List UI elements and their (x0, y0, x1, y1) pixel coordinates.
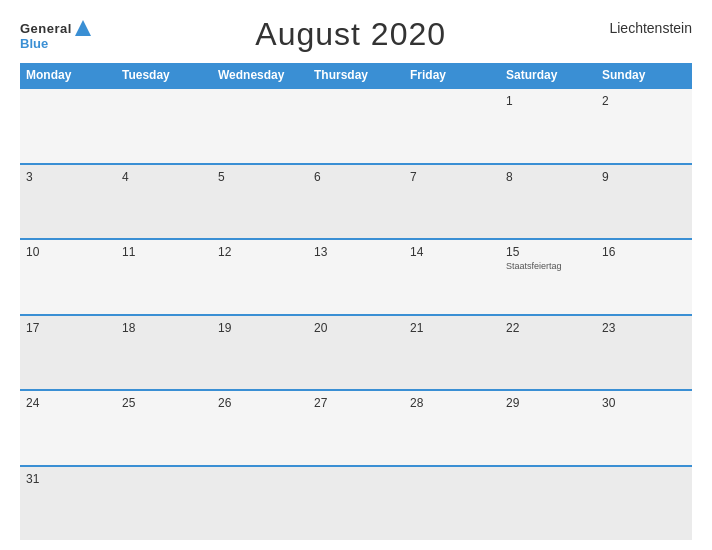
day-number: 20 (314, 321, 398, 335)
weekday-thursday: Thursday (308, 63, 404, 87)
calendar-row-5: 31 (20, 465, 692, 541)
country-label: Liechtenstein (609, 20, 692, 36)
weekday-tuesday: Tuesday (116, 63, 212, 87)
table-row[interactable]: 8 (500, 165, 596, 239)
table-row[interactable]: 16 (596, 240, 692, 314)
day-number: 4 (122, 170, 206, 184)
day-number: 8 (506, 170, 590, 184)
table-row[interactable]: 2 (596, 89, 692, 163)
table-row[interactable]: 6 (308, 165, 404, 239)
table-row[interactable] (308, 89, 404, 163)
page: General Blue August 2020 Liechtenstein M… (0, 0, 712, 550)
day-number: 19 (218, 321, 302, 335)
header: General Blue August 2020 Liechtenstein (20, 16, 692, 53)
calendar-row-3: 17181920212223 (20, 314, 692, 390)
day-number: 15 (506, 245, 590, 259)
table-row[interactable] (116, 89, 212, 163)
table-row[interactable]: 19 (212, 316, 308, 390)
table-row[interactable] (404, 467, 500, 541)
table-row[interactable]: 14 (404, 240, 500, 314)
calendar-body: 123456789101112131415Staatsfeiertag16171… (20, 87, 692, 540)
table-row[interactable]: 22 (500, 316, 596, 390)
calendar: Monday Tuesday Wednesday Thursday Friday… (20, 63, 692, 540)
table-row[interactable]: 11 (116, 240, 212, 314)
table-row[interactable]: 31 (20, 467, 116, 541)
day-number: 28 (410, 396, 494, 410)
table-row[interactable] (308, 467, 404, 541)
logo-blue-text: Blue (20, 37, 92, 50)
table-row[interactable]: 27 (308, 391, 404, 465)
logo: General Blue (20, 19, 92, 50)
table-row[interactable]: 18 (116, 316, 212, 390)
day-number: 17 (26, 321, 110, 335)
table-row[interactable] (212, 89, 308, 163)
day-number: 9 (602, 170, 686, 184)
table-row[interactable]: 25 (116, 391, 212, 465)
logo-flag-icon (74, 19, 92, 37)
calendar-row-0: 12 (20, 87, 692, 163)
day-number: 27 (314, 396, 398, 410)
day-number: 5 (218, 170, 302, 184)
table-row[interactable]: 24 (20, 391, 116, 465)
table-row[interactable]: 1 (500, 89, 596, 163)
day-number: 13 (314, 245, 398, 259)
table-row[interactable]: 9 (596, 165, 692, 239)
table-row[interactable] (404, 89, 500, 163)
table-row[interactable]: 7 (404, 165, 500, 239)
weekday-monday: Monday (20, 63, 116, 87)
day-number: 7 (410, 170, 494, 184)
logo-general-text: General (20, 22, 72, 35)
day-number: 10 (26, 245, 110, 259)
table-row[interactable]: 3 (20, 165, 116, 239)
day-number: 25 (122, 396, 206, 410)
table-row[interactable]: 26 (212, 391, 308, 465)
table-row[interactable]: 29 (500, 391, 596, 465)
day-number: 14 (410, 245, 494, 259)
table-row[interactable]: 13 (308, 240, 404, 314)
day-number: 11 (122, 245, 206, 259)
weekday-wednesday: Wednesday (212, 63, 308, 87)
svg-marker-0 (75, 20, 91, 36)
table-row[interactable]: 15Staatsfeiertag (500, 240, 596, 314)
table-row[interactable]: 12 (212, 240, 308, 314)
day-number: 23 (602, 321, 686, 335)
weekday-saturday: Saturday (500, 63, 596, 87)
table-row[interactable] (596, 467, 692, 541)
day-number: 1 (506, 94, 590, 108)
weekday-sunday: Sunday (596, 63, 692, 87)
table-row[interactable]: 5 (212, 165, 308, 239)
table-row[interactable] (116, 467, 212, 541)
table-row[interactable]: 17 (20, 316, 116, 390)
day-number: 26 (218, 396, 302, 410)
day-number: 30 (602, 396, 686, 410)
table-row[interactable] (20, 89, 116, 163)
table-row[interactable]: 20 (308, 316, 404, 390)
table-row[interactable]: 28 (404, 391, 500, 465)
day-number: 24 (26, 396, 110, 410)
table-row[interactable]: 10 (20, 240, 116, 314)
table-row[interactable] (212, 467, 308, 541)
calendar-title: August 2020 (255, 16, 446, 53)
calendar-row-2: 101112131415Staatsfeiertag16 (20, 238, 692, 314)
day-number: 21 (410, 321, 494, 335)
day-event: Staatsfeiertag (506, 261, 590, 271)
weekday-friday: Friday (404, 63, 500, 87)
day-number: 3 (26, 170, 110, 184)
day-number: 16 (602, 245, 686, 259)
table-row[interactable]: 21 (404, 316, 500, 390)
table-row[interactable]: 30 (596, 391, 692, 465)
day-number: 6 (314, 170, 398, 184)
calendar-header: Monday Tuesday Wednesday Thursday Friday… (20, 63, 692, 87)
day-number: 18 (122, 321, 206, 335)
table-row[interactable]: 23 (596, 316, 692, 390)
day-number: 31 (26, 472, 110, 486)
calendar-row-4: 24252627282930 (20, 389, 692, 465)
day-number: 12 (218, 245, 302, 259)
table-row[interactable] (500, 467, 596, 541)
table-row[interactable]: 4 (116, 165, 212, 239)
day-number: 29 (506, 396, 590, 410)
day-number: 2 (602, 94, 686, 108)
day-number: 22 (506, 321, 590, 335)
calendar-row-1: 3456789 (20, 163, 692, 239)
